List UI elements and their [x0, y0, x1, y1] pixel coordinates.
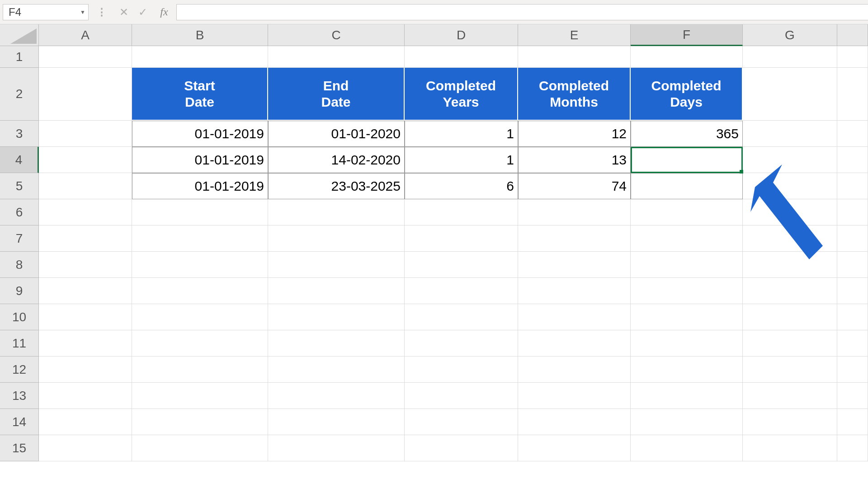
cell-B13[interactable]: [132, 383, 268, 409]
col-header-G[interactable]: G: [743, 24, 837, 46]
cell-D5[interactable]: 6: [405, 173, 518, 199]
cell-B6[interactable]: [132, 199, 268, 225]
cell-D8[interactable]: [405, 252, 518, 278]
row-header-4[interactable]: 4: [0, 147, 39, 173]
cell-C12[interactable]: [268, 357, 405, 383]
cell-A8[interactable]: [39, 252, 132, 278]
row-header-14[interactable]: 14: [0, 409, 39, 435]
cell-H11[interactable]: [837, 330, 868, 357]
cell-H7[interactable]: [837, 225, 868, 252]
cell-E15[interactable]: [518, 435, 631, 461]
cell-C15[interactable]: [268, 435, 405, 461]
cell-H15[interactable]: [837, 435, 868, 461]
cell-E10[interactable]: [518, 304, 631, 330]
cell-G5[interactable]: [743, 173, 837, 199]
cell-F15[interactable]: [631, 435, 743, 461]
cell-A12[interactable]: [39, 357, 132, 383]
cell-C13[interactable]: [268, 383, 405, 409]
cell-H10[interactable]: [837, 304, 868, 330]
cell-H6[interactable]: [837, 199, 868, 225]
insert-function-icon[interactable]: fx: [153, 6, 175, 18]
cell-D3[interactable]: 1: [405, 121, 518, 147]
cell-B3[interactable]: 01-01-2019: [132, 121, 268, 147]
cell-F14[interactable]: [631, 409, 743, 435]
cell-G4[interactable]: [743, 147, 837, 173]
name-box-dropdown-icon[interactable]: ▼: [80, 9, 85, 15]
cell-G12[interactable]: [743, 357, 837, 383]
cell-E4[interactable]: 13: [518, 147, 631, 173]
cell-B14[interactable]: [132, 409, 268, 435]
col-header-F[interactable]: F: [631, 24, 743, 46]
cell-C8[interactable]: [268, 252, 405, 278]
cell-H5[interactable]: [837, 173, 868, 199]
cell-C5[interactable]: 23-03-2025: [268, 173, 405, 199]
cell-H12[interactable]: [837, 357, 868, 383]
name-box[interactable]: ▼: [3, 4, 89, 20]
cell-G8[interactable]: [743, 252, 837, 278]
cell-B12[interactable]: [132, 357, 268, 383]
cell-A5[interactable]: [39, 173, 132, 199]
cell-E2[interactable]: Completed Months: [518, 68, 631, 121]
cell-F9[interactable]: [631, 278, 743, 304]
cell-B11[interactable]: [132, 330, 268, 357]
cell-A14[interactable]: [39, 409, 132, 435]
cell-G7[interactable]: [743, 225, 837, 252]
row-header-11[interactable]: 11: [0, 330, 39, 357]
cell-A13[interactable]: [39, 383, 132, 409]
cell-C9[interactable]: [268, 278, 405, 304]
cell-F3[interactable]: 365: [631, 121, 743, 147]
cell-F8[interactable]: [631, 252, 743, 278]
row-header-6[interactable]: 6: [0, 199, 39, 225]
cell-H13[interactable]: [837, 383, 868, 409]
cell-C11[interactable]: [268, 330, 405, 357]
cell-B4[interactable]: 01-01-2019: [132, 147, 268, 173]
cell-G11[interactable]: [743, 330, 837, 357]
cell-D2[interactable]: Completed Years: [405, 68, 518, 121]
cell-D14[interactable]: [405, 409, 518, 435]
cell-B8[interactable]: [132, 252, 268, 278]
cell-F5[interactable]: [631, 173, 743, 199]
cell-F7[interactable]: [631, 225, 743, 252]
row-header-12[interactable]: 12: [0, 357, 39, 383]
cell-F12[interactable]: [631, 357, 743, 383]
cell-C1[interactable]: [268, 46, 405, 68]
col-header-A[interactable]: A: [39, 24, 132, 46]
cell-E6[interactable]: [518, 199, 631, 225]
cell-E5[interactable]: 74: [518, 173, 631, 199]
cell-G14[interactable]: [743, 409, 837, 435]
cell-C7[interactable]: [268, 225, 405, 252]
cell-E8[interactable]: [518, 252, 631, 278]
cell-F13[interactable]: [631, 383, 743, 409]
col-header-D[interactable]: D: [405, 24, 518, 46]
formula-input[interactable]: [177, 5, 868, 20]
cell-E3[interactable]: 12: [518, 121, 631, 147]
cell-A15[interactable]: [39, 435, 132, 461]
select-all-corner[interactable]: [0, 24, 39, 46]
col-header-E[interactable]: E: [518, 24, 631, 46]
col-header-blank[interactable]: [837, 24, 868, 46]
cell-G13[interactable]: [743, 383, 837, 409]
cell-H1[interactable]: [837, 46, 868, 68]
cell-F4[interactable]: [631, 147, 743, 173]
cell-C2[interactable]: End Date: [268, 68, 405, 121]
cell-C10[interactable]: [268, 304, 405, 330]
cell-F11[interactable]: [631, 330, 743, 357]
cell-A3[interactable]: [39, 121, 132, 147]
cell-H8[interactable]: [837, 252, 868, 278]
cell-B9[interactable]: [132, 278, 268, 304]
cell-A9[interactable]: [39, 278, 132, 304]
col-header-C[interactable]: C: [268, 24, 405, 46]
cell-B1[interactable]: [132, 46, 268, 68]
cell-H14[interactable]: [837, 409, 868, 435]
cell-A4[interactable]: [39, 147, 132, 173]
cell-H3[interactable]: [837, 121, 868, 147]
cell-G6[interactable]: [743, 199, 837, 225]
cell-B7[interactable]: [132, 225, 268, 252]
cell-B10[interactable]: [132, 304, 268, 330]
cell-B5[interactable]: 01-01-2019: [132, 173, 268, 199]
cell-E7[interactable]: [518, 225, 631, 252]
row-header-1[interactable]: 1: [0, 46, 39, 68]
cell-G3[interactable]: [743, 121, 837, 147]
row-header-3[interactable]: 3: [0, 121, 39, 147]
cell-B2[interactable]: Start Date: [132, 68, 268, 121]
